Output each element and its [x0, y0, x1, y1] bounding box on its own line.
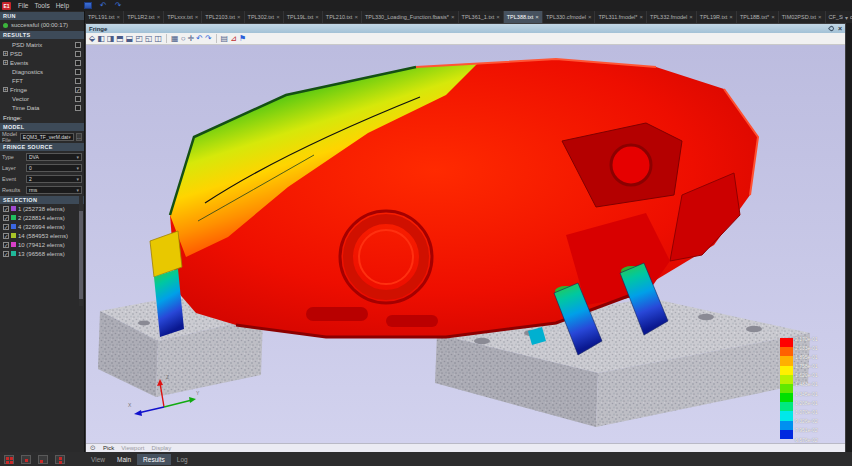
document-tab[interactable]: TPL18B.txt* × — [737, 11, 779, 23]
result-checkbox[interactable] — [75, 51, 81, 57]
field-dropdown[interactable]: rms ▾ — [26, 186, 82, 194]
tab-close-icon[interactable]: × — [771, 14, 775, 20]
scrollbar-thumb[interactable] — [79, 211, 83, 299]
save-icon[interactable] — [84, 2, 92, 9]
sidebar-scrollbar[interactable] — [79, 196, 83, 306]
tab-close-icon[interactable]: × — [689, 14, 693, 20]
menu-item[interactable]: Tools — [31, 2, 52, 9]
bottom-tab[interactable]: Log — [171, 454, 194, 465]
field-dropdown[interactable]: 0 ▾ — [26, 164, 82, 172]
tab-close-icon[interactable]: × — [640, 14, 644, 20]
tab-close-icon[interactable]: × — [588, 14, 592, 20]
probe-flag-icon[interactable]: ⚑ — [239, 34, 246, 44]
result-checkbox[interactable] — [75, 96, 81, 102]
selection-checkbox[interactable]: ✓ — [3, 233, 9, 239]
tab-close-icon[interactable]: × — [496, 14, 500, 20]
tab-close-icon[interactable]: × — [354, 14, 358, 20]
layout-split-icon[interactable] — [38, 455, 48, 464]
bottom-tab[interactable]: View — [85, 454, 111, 465]
model-file-dropdown[interactable]: EQM3_TF_verM.dat ▾ — [20, 133, 74, 141]
document-tab[interactable]: TPL311.fmodel* × — [595, 11, 647, 23]
selection-item[interactable]: ✓ 1 (252738 elems) — [0, 204, 84, 213]
statusbar-mode-item[interactable]: Pick — [103, 445, 114, 451]
bottom-tab[interactable]: Results — [137, 454, 171, 465]
selection-item[interactable]: ✓ 14 (584953 elems) — [0, 231, 84, 240]
document-tab[interactable]: TPL191.txt × — [85, 11, 124, 23]
tab-close-icon[interactable]: × — [195, 14, 199, 20]
results-tree-item[interactable]: + PSD — [0, 49, 84, 58]
fringe-window-titlebar[interactable]: Fringe × — [86, 24, 845, 33]
view-front-icon[interactable]: ◧ — [97, 34, 105, 44]
selection-item[interactable]: ✓ 4 (326994 elems) — [0, 222, 84, 231]
document-tab[interactable]: TPL210.txt × — [323, 11, 362, 23]
selection-checkbox[interactable]: ✓ — [3, 224, 9, 230]
results-tree-item[interactable]: + Vector — [0, 94, 84, 103]
layout-horizontal-icon[interactable] — [55, 455, 65, 464]
view-bottom-icon[interactable]: ◱ — [145, 34, 153, 44]
document-tab[interactable]: TPL330.cfmodel × — [543, 11, 596, 23]
expander-icon[interactable]: + — [3, 51, 8, 56]
field-dropdown[interactable]: 2 ▾ — [26, 175, 82, 183]
result-checkbox[interactable] — [75, 105, 81, 111]
results-tree-item[interactable]: + PSD Matrix — [0, 40, 84, 49]
triad-icon[interactable]: ⊿ — [230, 34, 237, 44]
layout-single-icon[interactable] — [21, 455, 31, 464]
statusbar-mode-item[interactable]: Viewport — [121, 445, 144, 451]
tab-close-icon[interactable]: × — [157, 14, 161, 20]
selection-checkbox[interactable]: ✓ — [3, 215, 9, 221]
document-tab[interactable]: TPL19L.txt × — [284, 11, 323, 23]
selection-checkbox[interactable]: ✓ — [3, 251, 9, 257]
document-tab[interactable]: TPL388.txt × — [504, 11, 543, 23]
results-tree-item[interactable]: + Time Data — [0, 103, 84, 112]
tab-overflow-icon[interactable]: ▾ — [843, 11, 850, 23]
tab-close-icon[interactable]: × — [729, 14, 733, 20]
legend-table-icon[interactable]: ▤ — [221, 34, 229, 44]
tab-close-icon[interactable]: × — [451, 14, 455, 20]
menu-item[interactable]: Help — [53, 2, 72, 9]
selection-checkbox[interactable]: ✓ — [3, 206, 9, 212]
view-top-icon[interactable]: ◰ — [135, 34, 143, 44]
rotate-right-icon[interactable]: ↷ — [205, 34, 212, 44]
view-rotate-icon[interactable]: ◫ — [155, 34, 163, 44]
document-tab[interactable]: TPL1R2.txt × — [124, 11, 164, 23]
viewport-3d-canvas[interactable]: Z Y X 2.170e-012.033e-011.895e-011.758e-… — [86, 45, 845, 443]
tab-close-icon[interactable]: × — [276, 14, 280, 20]
rotate-left-icon[interactable]: ↶ — [196, 34, 203, 44]
result-checkbox[interactable] — [75, 78, 81, 84]
document-tab[interactable]: TPL2103.txt × — [202, 11, 244, 23]
bottom-tab[interactable]: Main — [111, 454, 137, 465]
result-checkbox[interactable] — [75, 69, 81, 75]
document-tab[interactable]: TPL19R.txt × — [697, 11, 737, 23]
results-tree-item[interactable]: + Diagnostics — [0, 67, 84, 76]
browse-button[interactable]: ... — [76, 133, 82, 141]
document-tab[interactable]: TPL361_1.txt × — [459, 11, 504, 23]
document-tab[interactable]: TPL332.fmodel × — [647, 11, 697, 23]
pin-icon[interactable] — [828, 25, 835, 32]
layout-quad-icon[interactable] — [4, 455, 14, 464]
results-tree-item[interactable]: + FFT — [0, 76, 84, 85]
selection-item[interactable]: ✓ 2 (228814 elems) — [0, 213, 84, 222]
result-checkbox[interactable] — [75, 42, 81, 48]
selection-item[interactable]: ✓ 10 (79412 elems) — [0, 240, 84, 249]
document-tab[interactable]: TIM02PSD.txt × — [779, 11, 826, 23]
tab-close-icon[interactable]: × — [315, 14, 319, 20]
collapse-icon[interactable]: ⊙ — [90, 444, 96, 452]
document-tab[interactable]: TPL330_Loading_Function.fbasis* × — [362, 11, 459, 23]
center-icon[interactable]: ○ — [181, 34, 186, 44]
view-iso-icon[interactable]: ⬙ — [89, 34, 95, 44]
statusbar-mode-item[interactable]: Display — [151, 445, 171, 451]
redo-icon[interactable]: ↷ — [115, 2, 122, 10]
undo-icon[interactable]: ↶ — [100, 2, 107, 10]
close-icon[interactable]: × — [838, 25, 842, 32]
tab-close-icon[interactable]: × — [117, 14, 121, 20]
tab-close-icon[interactable]: × — [535, 14, 539, 20]
selection-item[interactable]: ✓ 13 (96568 elems) — [0, 249, 84, 258]
results-tree-item[interactable]: + Fringe ✓ — [0, 85, 84, 94]
selection-checkbox[interactable]: ✓ — [3, 242, 9, 248]
results-tree-item[interactable]: + Events — [0, 58, 84, 67]
expander-icon[interactable]: + — [3, 87, 8, 92]
document-tab[interactable]: TPLxxx.txt × — [164, 11, 202, 23]
document-tab[interactable]: TPL302.txt × — [245, 11, 284, 23]
view-left-icon[interactable]: ⬒ — [116, 34, 124, 44]
tab-close-icon[interactable]: × — [237, 14, 241, 20]
